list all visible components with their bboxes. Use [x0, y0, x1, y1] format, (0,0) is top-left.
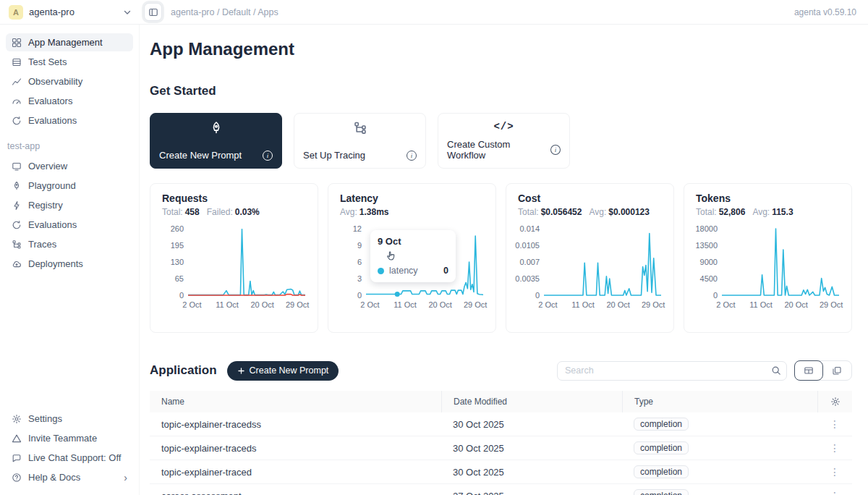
x-tick-label: 11 Oct — [749, 300, 773, 309]
x-tick-label: 11 Oct — [571, 300, 595, 309]
sidebar-item-invite-teammate[interactable]: Invite Teammate — [6, 429, 133, 447]
info-icon[interactable]: i — [550, 145, 561, 155]
y-axis: 129630 — [340, 223, 366, 299]
sidebar: App ManagementTest SetsObservabilityEval… — [0, 25, 140, 495]
sidebar-item-observability[interactable]: Observability — [6, 72, 133, 90]
chart-stats: Total:458Failed:0.03% — [162, 207, 306, 217]
info-icon[interactable]: i — [407, 151, 417, 161]
sidebar-item-evaluations[interactable]: Evaluations — [6, 216, 133, 234]
sidebar-item-traces[interactable]: Traces — [6, 235, 133, 253]
column-header-date-modified: Date Modified — [441, 391, 622, 412]
app-root: A agenta-pro agenta-pro / Default / Apps… — [0, 0, 868, 495]
table-row[interactable]: career-assessment 27 Oct 2025 completion… — [150, 484, 852, 495]
workspace-switcher[interactable]: A agenta-pro — [0, 5, 140, 20]
y-tick-label: 4500 — [700, 274, 718, 283]
sidebar-item-registry[interactable]: Registry — [6, 196, 133, 214]
x-tick-label: 20 Oct — [784, 300, 807, 309]
info-icon[interactable]: i — [263, 151, 273, 161]
sidebar-item-evaluations[interactable]: Evaluations — [6, 111, 133, 130]
chart-stat: Avg:115.3 — [752, 207, 793, 217]
sidebar-item-deployments[interactable]: Deployments — [6, 255, 133, 273]
table-view-button[interactable] — [794, 360, 823, 381]
y-tick-label: 9000 — [700, 258, 718, 266]
line-chart[interactable] — [722, 223, 839, 299]
y-tick-label: 9 — [357, 241, 362, 250]
series-dot — [378, 268, 384, 274]
sidebar-toggle-button[interactable] — [144, 3, 162, 21]
view-toggle — [794, 360, 852, 381]
app-name: topic-explainer-tracedss — [150, 412, 441, 436]
chart-card-tokens: Tokens Total:52,806Avg:115.3 18000135009… — [684, 183, 852, 333]
sidebar-item-label: Evaluations — [28, 115, 77, 126]
card-create-custom-workflow[interactable]: </> Create Custom Workflow i — [438, 113, 570, 169]
y-tick-label: 12 — [353, 224, 362, 233]
hover-point-marker — [395, 292, 400, 297]
card-label: Create Custom Workflow — [447, 139, 550, 161]
tooltip-series-name: latency — [389, 266, 418, 276]
tooltip-date: 9 Oct — [378, 236, 448, 247]
sidebar-item-label: Evaluators — [28, 96, 72, 106]
chart-title: Requests — [162, 192, 306, 204]
help-icon — [12, 473, 22, 483]
chart-stat: Total:458 — [162, 207, 200, 217]
y-tick-label: 0.0035 — [515, 274, 540, 283]
sidebar-item-playground[interactable]: Playground — [6, 177, 133, 195]
y-tick-label: 0 — [179, 291, 184, 300]
sidebar-item-test-sets[interactable]: Test Sets — [6, 53, 133, 71]
sidebar-item-help-docs[interactable]: Help & Docs› — [6, 468, 133, 486]
rocket-icon — [159, 121, 273, 135]
table-row[interactable]: topic-explainer-traceds 30 Oct 2025 comp… — [150, 436, 852, 460]
search-input[interactable] — [557, 361, 787, 381]
sidebar-item-label: App Management — [28, 37, 103, 48]
test-sets-icon — [12, 57, 22, 67]
sidebar-item-evaluators[interactable]: Evaluators — [6, 92, 133, 110]
sidebar-item-live-chat-support-off[interactable]: Live Chat Support: Off — [6, 449, 133, 467]
chart-stat: Total:52,806 — [696, 207, 745, 217]
line-chart[interactable] — [188, 223, 305, 299]
evaluators-icon — [12, 96, 22, 106]
plus-icon — [237, 367, 245, 375]
breadcrumb[interactable]: agenta-pro / Default / Apps — [171, 7, 278, 17]
card-create-new-prompt[interactable]: Create New Prompt i — [150, 113, 282, 169]
app-date-modified: 30 Oct 2025 — [441, 460, 622, 483]
card-label: Set Up Tracing — [303, 150, 365, 161]
sidebar-item-overview[interactable]: Overview — [6, 157, 133, 175]
tooltip-value: 0 — [443, 266, 448, 276]
sidebar-bottom: SettingsInvite TeammateLive Chat Support… — [6, 410, 133, 488]
code-icon: </> — [447, 121, 561, 132]
y-tick-label: 0.0105 — [515, 241, 540, 250]
row-menu-button[interactable]: ⋮ — [830, 467, 840, 477]
get-started-title: Get Started — [150, 84, 852, 98]
sidebar-item-app-management[interactable]: App Management — [6, 33, 133, 51]
search-icon — [771, 365, 781, 376]
y-tick-label: 195 — [171, 241, 184, 250]
row-menu-button[interactable]: ⋮ — [830, 491, 840, 495]
create-new-prompt-button[interactable]: Create New Prompt — [227, 361, 339, 381]
type-badge: completion — [634, 441, 689, 454]
sidebar-item-label: Help & Docs — [28, 472, 80, 483]
y-tick-label: 130 — [171, 258, 184, 266]
card-set-up-tracing[interactable]: Set Up Tracing i — [294, 113, 426, 169]
app-type: completion — [622, 412, 817, 436]
chart-plot[interactable]: 2 Oct11 Oct20 Oct29 Oct — [544, 223, 661, 311]
row-menu-button[interactable]: ⋮ — [830, 443, 840, 453]
chart-plot[interactable]: 2 Oct11 Oct20 Oct29 Oct — [722, 223, 839, 311]
table-row[interactable]: topic-explainer-traced 30 Oct 2025 compl… — [150, 460, 852, 484]
chat-icon — [12, 453, 22, 463]
traces-icon — [12, 240, 22, 250]
card-view-button[interactable] — [822, 361, 851, 380]
evaluations-icon — [12, 116, 22, 126]
y-axis: 0.0140.01050.0070.00350 — [518, 223, 544, 299]
rocket-icon — [12, 181, 22, 191]
app-name: career-assessment — [150, 484, 441, 495]
table-settings-gear-icon[interactable] — [830, 397, 841, 407]
line-chart[interactable] — [544, 223, 661, 299]
sidebar-group-label: test-app — [6, 141, 133, 151]
table-row[interactable]: topic-explainer-tracedss 30 Oct 2025 com… — [150, 412, 852, 436]
row-menu-button[interactable]: ⋮ — [830, 419, 840, 429]
x-tick-label: 11 Oct — [216, 300, 239, 309]
y-tick-label: 0.007 — [519, 258, 540, 266]
sidebar-item-settings[interactable]: Settings — [6, 410, 133, 428]
chart-plot[interactable]: 2 Oct11 Oct20 Oct29 Oct — [188, 223, 305, 311]
y-tick-label: 65 — [175, 274, 184, 283]
